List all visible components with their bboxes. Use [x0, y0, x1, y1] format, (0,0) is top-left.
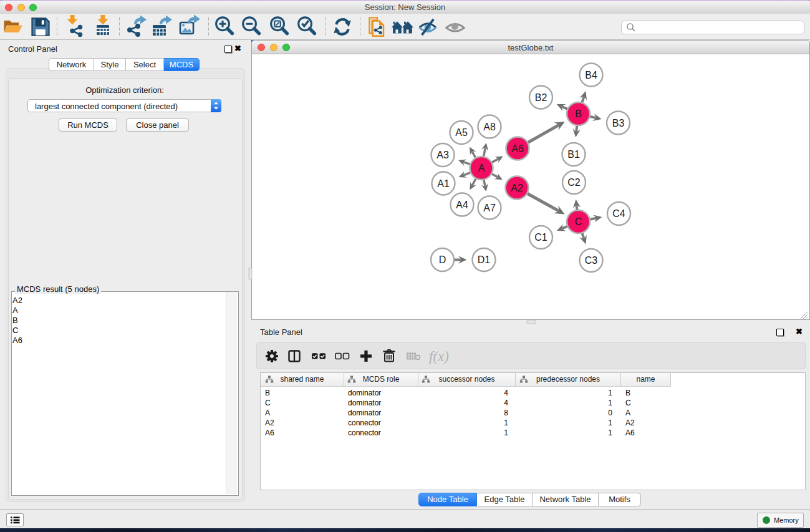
svg-text:B2: B2	[535, 92, 547, 103]
svg-text:B3: B3	[612, 118, 625, 128]
svg-text:C: C	[575, 216, 582, 227]
svg-text:B4: B4	[585, 70, 597, 80]
svg-text:A6: A6	[511, 143, 524, 154]
svg-text:C3: C3	[585, 255, 598, 266]
svg-text:D: D	[439, 254, 446, 265]
svg-text:B: B	[575, 109, 582, 119]
svg-text:A5: A5	[455, 127, 468, 138]
svg-text:B1: B1	[567, 149, 580, 160]
svg-text:f(x): f(x)	[429, 349, 449, 364]
svg-text:Memory: Memory	[774, 516, 799, 524]
svg-text:C2: C2	[567, 177, 581, 188]
svg-text:A7: A7	[483, 203, 496, 213]
svg-text:A3: A3	[436, 150, 449, 160]
svg-text:D1: D1	[478, 254, 491, 265]
svg-text:C1: C1	[534, 232, 547, 243]
svg-text:A: A	[478, 163, 485, 173]
svg-text:A2: A2	[511, 183, 523, 193]
svg-text:A4: A4	[456, 200, 468, 210]
svg-text:C4: C4	[612, 208, 625, 219]
svg-text:A1: A1	[437, 178, 450, 189]
svg-text:A8: A8	[483, 122, 496, 132]
